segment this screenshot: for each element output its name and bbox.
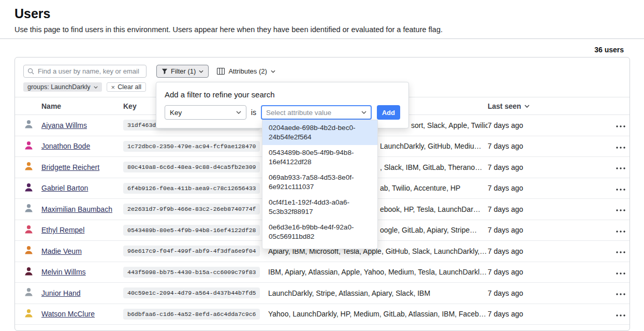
kebab-icon bbox=[616, 167, 625, 169]
avatar bbox=[24, 224, 41, 236]
operator-label: is bbox=[251, 108, 256, 117]
chevron-down-icon bbox=[271, 70, 275, 73]
avatar bbox=[24, 266, 41, 278]
row-menu-button[interactable] bbox=[611, 203, 630, 215]
last-seen-value: 7 days ago bbox=[488, 121, 611, 129]
listbox-option[interactable]: 0cf4f1e1-192f-4dd3-a0a6-5c3b32f88917 bbox=[262, 195, 377, 220]
user-name-link[interactable]: Ethyl Rempel bbox=[41, 226, 123, 234]
user-name-link[interactable]: Aiyana Willms bbox=[41, 121, 123, 129]
page-header: Users Use this page to find users in thi… bbox=[0, 0, 644, 39]
attribute-value-listbox: 0204aede-698b-4b2d-bec0-24b54fe2f564 054… bbox=[262, 120, 378, 249]
avatar bbox=[24, 245, 41, 257]
row-menu-button[interactable] bbox=[611, 244, 630, 257]
chevron-down-icon bbox=[199, 70, 203, 73]
last-seen-value: 7 days ago bbox=[488, 142, 611, 150]
toolbar: Filter (1) Attributes (2) bbox=[15, 57, 630, 78]
table-row: Melvin Willms 443f5098-bb75-4430-b15a-cc… bbox=[15, 262, 630, 283]
user-key: 80c410a8-6c6d-48ea-9c88-d4ca5fb2e309 bbox=[123, 162, 260, 172]
row-menu-button[interactable] bbox=[611, 119, 630, 132]
row-menu-button[interactable] bbox=[611, 182, 630, 195]
funnel-icon bbox=[162, 68, 168, 75]
kebab-icon bbox=[616, 147, 625, 149]
avatar bbox=[24, 140, 41, 152]
user-key: 40c59e1c-2094-4d79-a564-d437b44b7fd5 bbox=[123, 287, 260, 298]
attribute-value-combobox[interactable]: Select attribute value bbox=[261, 105, 372, 120]
combobox-placeholder: Select attribute value bbox=[266, 109, 331, 117]
filter-popover-title: Add a filter to refine your search bbox=[156, 82, 408, 105]
avatar bbox=[24, 308, 41, 320]
row-menu-button[interactable] bbox=[611, 224, 630, 237]
user-key: b6dbfaa6-c1d6-4a52-8efd-a6c4dda7c9c6 bbox=[123, 309, 260, 320]
columns-icon bbox=[217, 68, 225, 75]
row-menu-button[interactable] bbox=[611, 140, 630, 153]
kebab-icon bbox=[616, 209, 625, 211]
user-count: 36 users bbox=[0, 39, 644, 54]
listbox-option[interactable]: 069ab933-7a58-4d53-8e0f-6e921c111037 bbox=[262, 170, 377, 195]
last-seen-value: 7 days ago bbox=[488, 310, 611, 318]
kebab-icon bbox=[616, 189, 625, 191]
avatar bbox=[24, 287, 41, 299]
attributes-button[interactable]: Attributes (2) bbox=[217, 65, 275, 78]
kebab-icon bbox=[616, 251, 625, 253]
user-key: 1c72dbc0-2350-479e-ac94-fcf9ae128470 bbox=[123, 141, 260, 152]
user-name-link[interactable]: Maximilian Baumbach bbox=[41, 205, 123, 213]
row-menu-button[interactable] bbox=[611, 308, 630, 321]
row-menu-button[interactable] bbox=[611, 266, 630, 279]
user-name-link[interactable]: Jonathon Bode bbox=[41, 142, 123, 150]
filter-chip-groups[interactable]: groups: LaunchDarkly bbox=[23, 82, 102, 92]
chevron-down-icon bbox=[361, 111, 367, 114]
user-name-link[interactable]: Junior Hand bbox=[41, 289, 123, 297]
users-page: Users Use this page to find users in thi… bbox=[0, 0, 644, 331]
user-key: 0543489b-80e5-4f9b-94b8-16ef4122df28 bbox=[123, 225, 260, 236]
last-seen-value: 7 days ago bbox=[488, 184, 611, 192]
last-seen-value: 7 days ago bbox=[488, 268, 611, 276]
user-name-link[interactable]: Gabriel Barton bbox=[41, 184, 123, 192]
listbox-option[interactable]: 0e6d3e16-b9bb-4e4f-92a0-05c56911bd82 bbox=[262, 220, 377, 244]
add-filter-button[interactable]: Add bbox=[377, 105, 400, 120]
user-name-link[interactable]: Bridgette Reichert bbox=[41, 163, 123, 171]
kebab-icon bbox=[616, 293, 625, 295]
kebab-icon bbox=[616, 314, 625, 316]
last-seen-value: 7 days ago bbox=[488, 289, 611, 297]
page-title: Users bbox=[14, 6, 644, 21]
search-box bbox=[23, 65, 147, 78]
avatar bbox=[24, 161, 41, 173]
user-name-link[interactable]: Watson McClure bbox=[41, 310, 123, 318]
attribute-select[interactable]: Key bbox=[165, 105, 246, 120]
search-input[interactable] bbox=[23, 65, 147, 78]
kebab-icon bbox=[616, 125, 625, 127]
row-menu-button[interactable] bbox=[611, 161, 630, 174]
clear-all-label: Clear all bbox=[118, 83, 141, 91]
user-name-link[interactable]: Melvin Willms bbox=[41, 268, 123, 276]
search-icon bbox=[27, 68, 34, 75]
attribute-select-value: Key bbox=[170, 109, 182, 117]
close-icon: × bbox=[111, 84, 115, 91]
last-seen-value: 7 days ago bbox=[488, 226, 611, 234]
listbox-option[interactable]: 0543489b-80e5-4f9b-94b8-16ef4122df28 bbox=[262, 145, 377, 170]
table-row: Watson McClure b6dbfaa6-c1d6-4a52-8efd-a… bbox=[15, 304, 630, 325]
column-header-last-seen[interactable]: Last seen bbox=[488, 102, 611, 110]
chevron-down-icon bbox=[94, 86, 98, 89]
table-row: Junior Hand 40c59e1c-2094-4d79-a564-d437… bbox=[15, 283, 630, 304]
column-header-name[interactable]: Name bbox=[41, 102, 123, 110]
last-seen-value: 7 days ago bbox=[488, 205, 611, 213]
user-name-link[interactable]: Madie Veum bbox=[41, 247, 123, 255]
user-key: 6f4b9126-f0ea-411b-aea9-c78c12656433 bbox=[123, 183, 260, 194]
page-subtitle: Use this page to find users in this envi… bbox=[14, 25, 644, 34]
avatar bbox=[24, 182, 41, 194]
filter-button-label: Filter (1) bbox=[171, 67, 196, 75]
filter-button[interactable]: Filter (1) bbox=[156, 65, 209, 78]
kebab-icon bbox=[616, 231, 625, 233]
kebab-icon bbox=[616, 272, 625, 275]
clear-all-button[interactable]: × Clear all bbox=[107, 82, 146, 92]
last-seen-header-label: Last seen bbox=[488, 102, 521, 110]
user-key: 443f5098-bb75-4430-b15a-cc6009c79f83 bbox=[123, 267, 260, 278]
listbox-option[interactable]: 0204aede-698b-4b2d-bec0-24b54fe2f564 bbox=[262, 120, 377, 145]
last-seen-value: 7 days ago bbox=[488, 247, 611, 255]
user-attributes: LaunchDarkly, Stripe, Atlassian, Apiary,… bbox=[268, 289, 488, 297]
last-seen-value: 7 days ago bbox=[488, 163, 611, 171]
listbox-option[interactable]: 127e6323-6528-4dd9-a814- bbox=[262, 244, 377, 249]
row-menu-button[interactable] bbox=[611, 286, 630, 299]
avatar bbox=[24, 203, 41, 215]
avatar bbox=[24, 119, 41, 131]
